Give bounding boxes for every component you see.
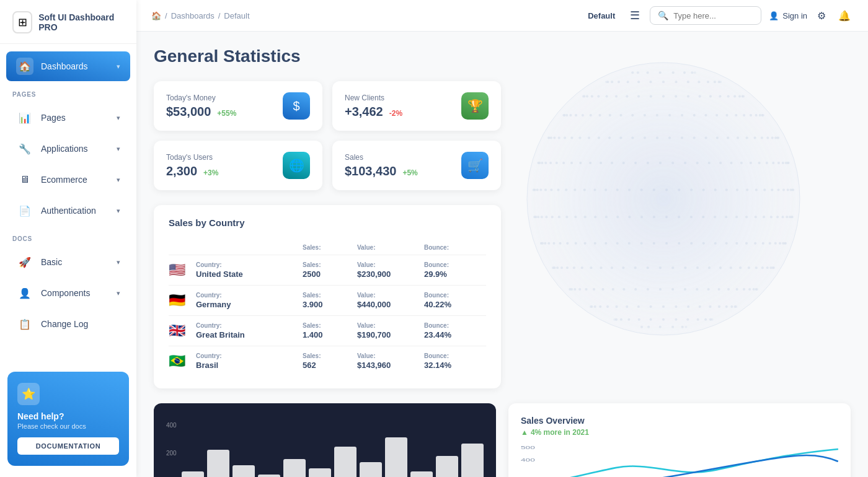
svg-point-519	[599, 114, 601, 116]
svg-point-604	[718, 81, 720, 83]
sidebar-item-authentication[interactable]: 📄 Authentication ▾	[6, 196, 130, 225]
svg-point-125	[755, 266, 758, 269]
search-box[interactable]: 🔍	[650, 6, 761, 25]
svg-point-78	[736, 288, 738, 291]
svg-point-191	[653, 242, 655, 245]
svg-point-516	[575, 114, 577, 116]
svg-point-455	[553, 136, 556, 139]
svg-point-468	[608, 136, 611, 139]
svg-point-567	[662, 95, 665, 98]
sidebar-item-applications[interactable]: 🔧 Applications ▾	[6, 134, 130, 164]
svg-point-445	[644, 136, 646, 139]
svg-point-389	[579, 162, 582, 164]
svg-point-43	[699, 305, 701, 308]
svg-point-592	[606, 81, 609, 83]
svg-point-387	[600, 162, 602, 164]
svg-point-99	[574, 288, 576, 291]
svg-point-312	[725, 188, 728, 191]
bar	[385, 437, 407, 477]
svg-point-601	[698, 81, 700, 83]
svg-point-148	[552, 266, 554, 269]
svg-point-178	[779, 242, 781, 245]
svg-point-42	[709, 305, 712, 308]
svg-point-596	[637, 81, 640, 83]
sales-brasil: 562	[303, 361, 352, 370]
svg-point-493	[735, 114, 737, 116]
svg-point-222	[678, 242, 680, 245]
svg-point-109	[671, 288, 674, 291]
documentation-button[interactable]: DOCUMENTATION	[17, 437, 119, 455]
svg-point-127	[739, 266, 742, 269]
svg-point-594	[618, 81, 620, 83]
svg-point-262	[558, 216, 560, 218]
svg-point-253	[653, 216, 655, 218]
sidebar-item-pages[interactable]: 📊 Pages ▾	[6, 103, 130, 133]
svg-point-176	[784, 242, 786, 245]
svg-point-81	[707, 288, 710, 291]
svg-point-287	[690, 216, 693, 218]
svg-point-310	[746, 188, 748, 191]
svg-point-69	[718, 305, 720, 308]
svg-point-474	[681, 136, 683, 139]
svg-point-605	[694, 71, 696, 74]
svg-point-22	[627, 318, 630, 321]
svg-point-482	[761, 136, 763, 139]
bar-chart-card: 400 200 0	[154, 403, 496, 477]
svg-point-144	[560, 266, 563, 269]
bell-button[interactable]: 🔔	[836, 7, 853, 24]
settings-button[interactable]: ⚙	[815, 7, 828, 24]
sidebar-item-changelog[interactable]: 📋 Change Log	[6, 309, 130, 339]
svg-point-329	[544, 188, 547, 191]
stat-value-users: 2,300	[166, 164, 197, 178]
sidebar-item-components[interactable]: 👤 Components ▾	[6, 278, 130, 308]
svg-point-575	[738, 95, 741, 98]
svg-point-336	[536, 188, 539, 191]
svg-point-4	[671, 326, 674, 328]
svg-point-356	[736, 188, 738, 191]
svg-point-363	[787, 188, 789, 191]
svg-point-316	[678, 188, 680, 191]
svg-point-574	[733, 95, 736, 98]
svg-point-138	[611, 266, 613, 269]
svg-point-326	[565, 188, 567, 191]
svg-point-231	[769, 242, 771, 245]
svg-point-237	[790, 216, 793, 218]
svg-point-317	[665, 188, 668, 191]
signin-button[interactable]: 👤 Sign in	[769, 11, 807, 20]
svg-point-79	[727, 288, 730, 291]
svg-point-254	[640, 216, 643, 218]
svg-point-267	[534, 216, 537, 218]
svg-point-597	[650, 81, 652, 83]
svg-point-18	[675, 318, 677, 321]
sidebar-dashboards-label: Dashboards	[41, 61, 109, 71]
svg-point-255	[628, 216, 631, 218]
svg-point-357	[746, 188, 748, 191]
svg-point-489	[759, 114, 761, 116]
svg-point-496	[705, 114, 707, 116]
svg-point-510	[565, 114, 568, 116]
sidebar-item-ecommerce[interactable]: 🖥 Ecommerce ▾	[6, 165, 130, 195]
svg-point-375	[740, 162, 743, 164]
svg-point-151	[560, 266, 563, 269]
sidebar-applications-label: Applications	[41, 144, 109, 154]
sidebar-help-card: ⭐ Need help? Please check our docs DOCUM…	[7, 372, 129, 466]
svg-point-490	[755, 114, 758, 116]
svg-point-608	[672, 71, 675, 74]
menu-icon[interactable]: ☰	[630, 9, 640, 22]
sidebar-item-dashboards[interactable]: 🏠 Dashboards ▾	[6, 51, 130, 81]
svg-point-479	[737, 136, 739, 139]
svg-point-502	[631, 114, 634, 116]
svg-point-339	[550, 188, 552, 191]
svg-point-548	[650, 95, 652, 98]
breadcrumb-default: Default	[224, 11, 249, 20]
svg-point-277	[574, 216, 577, 218]
svg-point-90	[602, 288, 604, 291]
svg-point-407	[589, 162, 591, 164]
svg-point-226	[725, 242, 728, 245]
svg-point-57	[594, 305, 596, 308]
sidebar-item-basic[interactable]: 🚀 Basic ▾	[6, 247, 130, 277]
search-input[interactable]	[673, 11, 753, 20]
svg-point-529	[715, 114, 718, 116]
svg-point-244	[755, 216, 757, 218]
svg-point-579	[714, 81, 716, 83]
